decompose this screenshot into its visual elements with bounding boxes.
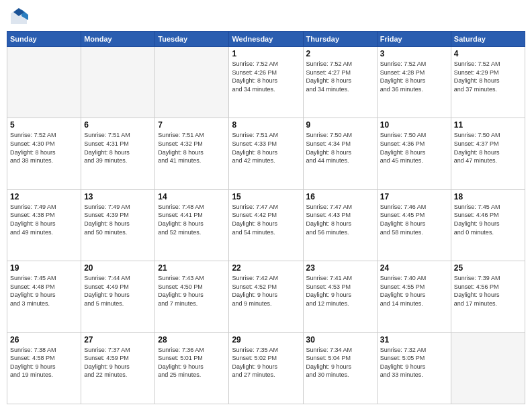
- day-number: 7: [158, 120, 226, 130]
- calendar-day-cell: 15Sunrise: 7:47 AM Sunset: 4:42 PM Dayli…: [229, 189, 303, 261]
- calendar-day-cell: 29Sunrise: 7:35 AM Sunset: 5:02 PM Dayli…: [229, 332, 303, 404]
- page: SundayMondayTuesdayWednesdayThursdayFrid…: [0, 0, 532, 411]
- calendar-day-cell: 6Sunrise: 7:51 AM Sunset: 4:31 PM Daylig…: [81, 118, 155, 189]
- day-info: Sunrise: 7:44 AM Sunset: 4:49 PM Dayligh…: [84, 274, 152, 308]
- calendar-day-header: Saturday: [451, 32, 525, 47]
- calendar-day-cell: 25Sunrise: 7:39 AM Sunset: 4:56 PM Dayli…: [451, 261, 525, 332]
- calendar-day-cell: 10Sunrise: 7:50 AM Sunset: 4:36 PM Dayli…: [377, 118, 451, 189]
- header: [7, 7, 525, 26]
- day-info: Sunrise: 7:47 AM Sunset: 4:43 PM Dayligh…: [306, 203, 374, 236]
- day-info: Sunrise: 7:49 AM Sunset: 4:38 PM Dayligh…: [10, 203, 78, 236]
- day-number: 16: [306, 192, 374, 201]
- day-info: Sunrise: 7:49 AM Sunset: 4:39 PM Dayligh…: [84, 203, 152, 236]
- calendar-day-cell: 31Sunrise: 7:32 AM Sunset: 5:05 PM Dayli…: [377, 332, 451, 404]
- day-number: 2: [306, 49, 374, 58]
- day-number: 6: [84, 120, 152, 130]
- calendar-day-cell: 19Sunrise: 7:45 AM Sunset: 4:48 PM Dayli…: [7, 261, 81, 332]
- calendar-day-cell: 26Sunrise: 7:38 AM Sunset: 4:58 PM Dayli…: [7, 332, 81, 404]
- calendar-day-cell: 18Sunrise: 7:45 AM Sunset: 4:46 PM Dayli…: [451, 189, 525, 261]
- calendar-day-cell: 20Sunrise: 7:44 AM Sunset: 4:49 PM Dayli…: [81, 261, 155, 332]
- day-info: Sunrise: 7:47 AM Sunset: 4:42 PM Dayligh…: [232, 203, 300, 236]
- calendar-day-cell: 30Sunrise: 7:34 AM Sunset: 5:04 PM Dayli…: [303, 332, 377, 404]
- day-number: 24: [380, 263, 448, 273]
- day-info: Sunrise: 7:39 AM Sunset: 4:56 PM Dayligh…: [454, 274, 522, 308]
- day-number: 12: [10, 192, 78, 201]
- day-number: 18: [454, 192, 522, 201]
- calendar-day-cell: 9Sunrise: 7:50 AM Sunset: 4:34 PM Daylig…: [303, 118, 377, 189]
- day-info: Sunrise: 7:51 AM Sunset: 4:32 PM Dayligh…: [158, 131, 226, 165]
- day-info: Sunrise: 7:34 AM Sunset: 5:04 PM Dayligh…: [306, 346, 374, 379]
- calendar-day-cell: 17Sunrise: 7:46 AM Sunset: 4:45 PM Dayli…: [377, 189, 451, 261]
- calendar-day-cell: 1Sunrise: 7:52 AM Sunset: 4:26 PM Daylig…: [229, 47, 303, 118]
- day-number: 27: [84, 335, 152, 345]
- calendar-day-cell: 24Sunrise: 7:40 AM Sunset: 4:55 PM Dayli…: [377, 261, 451, 332]
- calendar-week-row: 12Sunrise: 7:49 AM Sunset: 4:38 PM Dayli…: [7, 189, 525, 261]
- calendar-week-row: 1Sunrise: 7:52 AM Sunset: 4:26 PM Daylig…: [7, 47, 525, 118]
- calendar-day-cell: 28Sunrise: 7:36 AM Sunset: 5:01 PM Dayli…: [155, 332, 229, 404]
- logo: [9, 7, 31, 26]
- calendar-week-row: 26Sunrise: 7:38 AM Sunset: 4:58 PM Dayli…: [7, 332, 525, 404]
- calendar-day-cell: 27Sunrise: 7:37 AM Sunset: 4:59 PM Dayli…: [81, 332, 155, 404]
- day-number: 11: [454, 120, 522, 130]
- calendar-day-cell: 11Sunrise: 7:50 AM Sunset: 4:37 PM Dayli…: [451, 118, 525, 189]
- day-info: Sunrise: 7:50 AM Sunset: 4:34 PM Dayligh…: [306, 131, 374, 165]
- day-info: Sunrise: 7:43 AM Sunset: 4:50 PM Dayligh…: [158, 274, 226, 308]
- day-number: 30: [306, 335, 374, 345]
- calendar-day-cell: 21Sunrise: 7:43 AM Sunset: 4:50 PM Dayli…: [155, 261, 229, 332]
- day-info: Sunrise: 7:45 AM Sunset: 4:48 PM Dayligh…: [10, 274, 78, 308]
- calendar-day-cell: [155, 47, 229, 118]
- logo-icon: [9, 7, 28, 26]
- day-info: Sunrise: 7:52 AM Sunset: 4:26 PM Dayligh…: [232, 60, 300, 93]
- day-number: 10: [380, 120, 448, 130]
- day-info: Sunrise: 7:37 AM Sunset: 4:59 PM Dayligh…: [84, 346, 152, 379]
- day-number: 13: [84, 192, 152, 201]
- day-info: Sunrise: 7:52 AM Sunset: 4:27 PM Dayligh…: [306, 60, 374, 93]
- day-info: Sunrise: 7:50 AM Sunset: 4:37 PM Dayligh…: [454, 131, 522, 165]
- day-number: 25: [454, 263, 522, 273]
- calendar-day-cell: 12Sunrise: 7:49 AM Sunset: 4:38 PM Dayli…: [7, 189, 81, 261]
- day-info: Sunrise: 7:51 AM Sunset: 4:31 PM Dayligh…: [84, 131, 152, 165]
- day-info: Sunrise: 7:51 AM Sunset: 4:33 PM Dayligh…: [232, 131, 300, 165]
- day-number: 9: [306, 120, 374, 130]
- day-info: Sunrise: 7:52 AM Sunset: 4:28 PM Dayligh…: [380, 60, 448, 93]
- calendar-day-cell: 14Sunrise: 7:48 AM Sunset: 4:41 PM Dayli…: [155, 189, 229, 261]
- calendar-day-cell: 5Sunrise: 7:52 AM Sunset: 4:30 PM Daylig…: [7, 118, 81, 189]
- day-number: 22: [232, 263, 300, 273]
- day-number: 1: [232, 49, 300, 58]
- day-info: Sunrise: 7:45 AM Sunset: 4:46 PM Dayligh…: [454, 203, 522, 236]
- day-number: 14: [158, 192, 226, 201]
- day-info: Sunrise: 7:38 AM Sunset: 4:58 PM Dayligh…: [10, 346, 78, 379]
- day-number: 3: [380, 49, 448, 58]
- calendar-day-cell: [81, 47, 155, 118]
- day-number: 21: [158, 263, 226, 273]
- calendar-week-row: 19Sunrise: 7:45 AM Sunset: 4:48 PM Dayli…: [7, 261, 525, 332]
- day-info: Sunrise: 7:52 AM Sunset: 4:30 PM Dayligh…: [10, 131, 78, 165]
- calendar-day-cell: 22Sunrise: 7:42 AM Sunset: 4:52 PM Dayli…: [229, 261, 303, 332]
- day-number: 26: [10, 335, 78, 345]
- day-number: 20: [84, 263, 152, 273]
- day-number: 15: [232, 192, 300, 201]
- calendar-day-cell: [7, 47, 81, 118]
- calendar-day-header: Friday: [377, 32, 451, 47]
- calendar-table: SundayMondayTuesdayWednesdayThursdayFrid…: [7, 31, 525, 404]
- calendar-day-cell: 7Sunrise: 7:51 AM Sunset: 4:32 PM Daylig…: [155, 118, 229, 189]
- calendar-day-header: Thursday: [303, 32, 377, 47]
- day-info: Sunrise: 7:52 AM Sunset: 4:29 PM Dayligh…: [454, 60, 522, 93]
- calendar-day-cell: 3Sunrise: 7:52 AM Sunset: 4:28 PM Daylig…: [377, 47, 451, 118]
- day-number: 5: [10, 120, 78, 130]
- calendar-day-cell: 2Sunrise: 7:52 AM Sunset: 4:27 PM Daylig…: [303, 47, 377, 118]
- day-number: 8: [232, 120, 300, 130]
- day-info: Sunrise: 7:46 AM Sunset: 4:45 PM Dayligh…: [380, 203, 448, 236]
- calendar-day-header: Sunday: [7, 32, 81, 47]
- day-number: 23: [306, 263, 374, 273]
- calendar-day-cell: 8Sunrise: 7:51 AM Sunset: 4:33 PM Daylig…: [229, 118, 303, 189]
- calendar-day-header: Monday: [81, 32, 155, 47]
- day-info: Sunrise: 7:41 AM Sunset: 4:53 PM Dayligh…: [306, 274, 374, 308]
- day-number: 19: [10, 263, 78, 273]
- day-number: 28: [158, 335, 226, 345]
- day-number: 17: [380, 192, 448, 201]
- day-info: Sunrise: 7:42 AM Sunset: 4:52 PM Dayligh…: [232, 274, 300, 308]
- calendar-day-cell: 13Sunrise: 7:49 AM Sunset: 4:39 PM Dayli…: [81, 189, 155, 261]
- day-info: Sunrise: 7:48 AM Sunset: 4:41 PM Dayligh…: [158, 203, 226, 236]
- day-info: Sunrise: 7:40 AM Sunset: 4:55 PM Dayligh…: [380, 274, 448, 308]
